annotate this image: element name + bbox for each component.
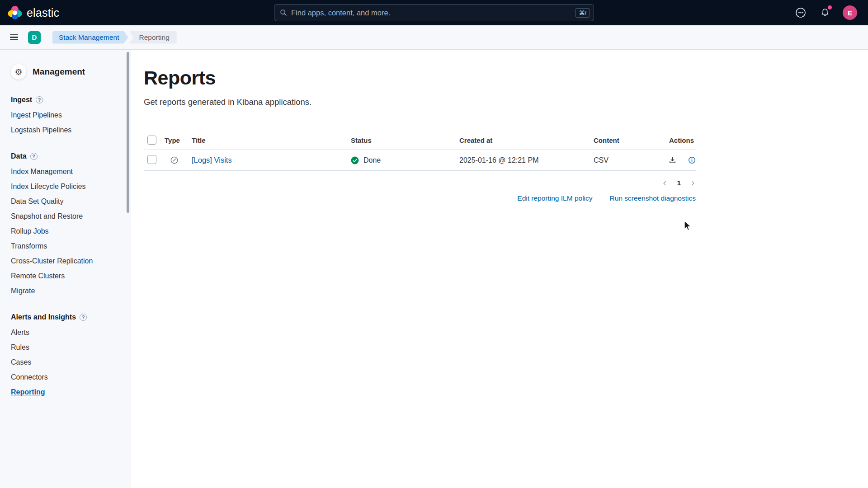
column-header-content: Content	[594, 136, 669, 144]
top-header: elastic Find apps, content, and more. ⌘/	[0, 0, 868, 25]
sidebar-item-transforms[interactable]: Transforms	[11, 239, 131, 253]
download-report-button[interactable]	[669, 156, 676, 164]
sidebar-section-ingest: Ingest ? Ingest Pipelines Logstash Pipel…	[11, 95, 131, 137]
actions-cell	[669, 156, 698, 164]
help-icon[interactable]: ?	[80, 314, 87, 321]
sidebar-item-alerts[interactable]: Alerts	[11, 325, 131, 340]
breadcrumb: Stack Management Reporting	[52, 31, 177, 44]
sidebar-item-reporting[interactable]: Reporting	[11, 385, 131, 399]
help-icon[interactable]: ?	[30, 153, 38, 160]
column-header-title: Title	[192, 136, 351, 144]
chevron-right-icon	[690, 180, 696, 186]
header-actions: E	[794, 5, 861, 20]
select-all-checkbox[interactable]	[147, 136, 156, 145]
sidebar-item-data-set-quality[interactable]: Data Set Quality	[11, 194, 131, 209]
sidebar-header: ⚙ Management	[11, 64, 131, 80]
status-done-icon	[351, 156, 359, 164]
page-number-1[interactable]: 1	[677, 179, 681, 187]
column-header-status: Status	[351, 136, 459, 144]
help-icon[interactable]: ?	[36, 96, 43, 103]
notification-dot	[828, 5, 832, 9]
space-badge[interactable]: D	[28, 31, 41, 44]
footer-links: Edit reporting ILM policy Run screenshot…	[144, 194, 696, 202]
sidebar-item-rollup-jobs[interactable]: Rollup Jobs	[11, 224, 131, 239]
sidebar-title: Management	[33, 67, 85, 77]
sidebar-item-ingest-pipelines[interactable]: Ingest Pipelines	[11, 108, 131, 122]
report-info-button[interactable]	[688, 156, 696, 164]
search-icon	[280, 9, 287, 16]
row-checkbox[interactable]	[147, 155, 156, 164]
breadcrumb-reporting: Reporting	[129, 31, 177, 44]
sidebar-item-snapshot-and-restore[interactable]: Snapshot and Restore	[11, 209, 131, 224]
divider	[144, 119, 696, 119]
sidebar-item-rules[interactable]: Rules	[11, 340, 131, 355]
sidebar-item-migrate[interactable]: Migrate	[11, 283, 131, 298]
section-label-ingest: Ingest	[11, 95, 32, 105]
report-type-icon	[170, 156, 179, 164]
gear-icon: ⚙	[11, 64, 26, 80]
sidebar-scrollbar[interactable]	[127, 52, 129, 213]
sidebar: ⚙ Management Ingest ? Ingest Pipelines L…	[0, 50, 131, 488]
sidebar-section-alerts-insights: Alerts and Insights ? Alerts Rules Cases…	[11, 312, 131, 399]
user-avatar[interactable]: E	[843, 5, 857, 20]
sidebar-item-index-management[interactable]: Index Management	[11, 164, 131, 179]
search-placeholder: Find apps, content, and more.	[291, 9, 575, 17]
chevron-left-icon	[662, 180, 668, 186]
section-label-data: Data	[11, 151, 27, 161]
ai-assistant-button[interactable]	[794, 6, 807, 19]
section-label-alerts-insights: Alerts and Insights	[11, 312, 76, 322]
sidebar-item-cases[interactable]: Cases	[11, 355, 131, 370]
report-title-link[interactable]: [Logs] Visits	[192, 156, 232, 164]
notifications-button[interactable]	[818, 6, 832, 19]
column-header-created-at: Created at	[459, 136, 594, 144]
column-header-type: Type	[165, 136, 192, 144]
page-title: Reports	[144, 67, 696, 89]
content-cell: CSV	[594, 156, 669, 164]
created-at-cell: 2025-01-16 @ 12:21 PM	[459, 156, 594, 164]
global-search-input[interactable]: Find apps, content, and more. ⌘/	[274, 4, 594, 21]
breadcrumb-stack-management[interactable]: Stack Management	[52, 31, 128, 44]
run-screenshot-diagnostics-link[interactable]: Run screenshot diagnostics	[610, 194, 696, 202]
column-header-actions: Actions	[669, 136, 696, 144]
sidebar-item-remote-clusters[interactable]: Remote Clusters	[11, 268, 131, 283]
sidebar-item-connectors[interactable]: Connectors	[11, 370, 131, 385]
elastic-logo-icon	[7, 5, 23, 20]
sidebar-item-logstash-pipelines[interactable]: Logstash Pipelines	[11, 122, 131, 137]
next-page-button[interactable]	[690, 180, 696, 186]
download-icon	[669, 156, 676, 164]
info-icon	[688, 156, 696, 164]
search-shortcut-badge: ⌘/	[575, 8, 590, 18]
table-row: [Logs] Visits Done 2025-01-16 @ 12:21 PM…	[144, 150, 696, 171]
sidebar-section-data: Data ? Index Management Index Lifecycle …	[11, 151, 131, 298]
page-subtitle: Get reports generated in Kibana applicat…	[144, 97, 696, 107]
main-content: Reports Get reports generated in Kibana …	[131, 50, 868, 488]
status-cell: Done	[351, 156, 459, 164]
table-header-row: Type Title Status Created at Content Act…	[144, 131, 696, 150]
brand[interactable]: elastic	[7, 5, 59, 20]
status-text: Done	[363, 156, 381, 164]
menu-toggle-button[interactable]	[8, 33, 20, 42]
ai-assistant-icon	[795, 7, 807, 19]
sidebar-item-index-lifecycle-policies[interactable]: Index Lifecycle Policies	[11, 179, 131, 194]
reports-table: Type Title Status Created at Content Act…	[144, 131, 696, 171]
breadcrumb-bar: D Stack Management Reporting	[0, 25, 868, 50]
sidebar-item-cross-cluster-replication[interactable]: Cross-Cluster Replication	[11, 253, 131, 268]
previous-page-button[interactable]	[662, 180, 668, 186]
pagination: 1	[144, 179, 696, 187]
edit-ilm-policy-link[interactable]: Edit reporting ILM policy	[517, 194, 592, 202]
brand-text: elastic	[27, 6, 59, 19]
